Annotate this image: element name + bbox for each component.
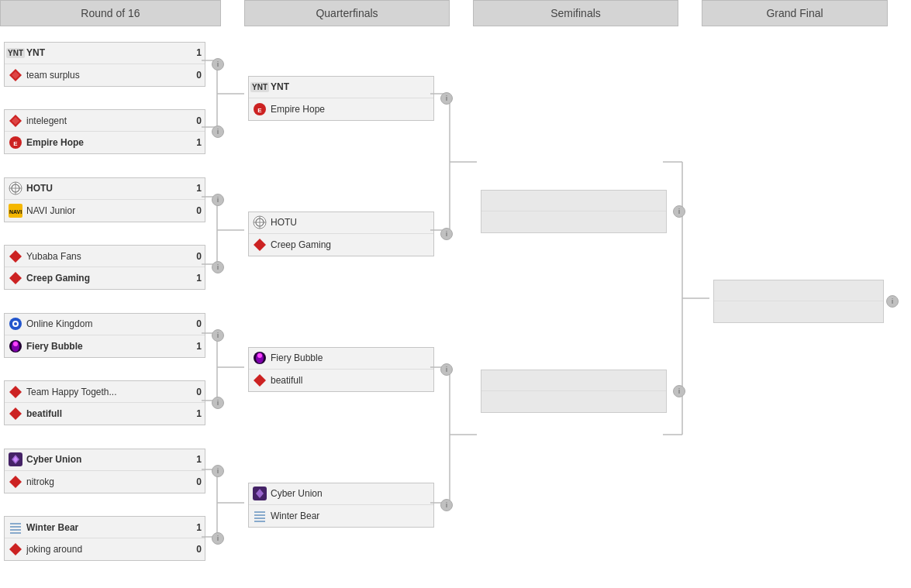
team-name: Yubaba Fans	[26, 251, 191, 262]
team-score: 0	[191, 476, 202, 487]
team-name: Fiery Bubble	[26, 341, 191, 352]
team-score: 1	[191, 408, 202, 419]
team-logo	[252, 350, 267, 366]
team-row: Cyber Union 1	[5, 449, 205, 471]
svg-marker-13	[9, 272, 22, 284]
team-name: beatifull	[26, 408, 191, 419]
r16-match-8: Winter Bear 1 joking around 0 i	[4, 516, 217, 561]
team-row	[481, 391, 666, 412]
info-button-qf-3[interactable]: i	[440, 363, 453, 376]
team-row	[481, 211, 666, 232]
team-logo: E	[8, 135, 23, 150]
info-button-sf-1[interactable]: i	[673, 205, 685, 218]
team-logo	[252, 486, 267, 501]
svg-marker-12	[9, 250, 22, 263]
team-logo	[252, 373, 267, 388]
team-row: Yubaba Fans 0	[5, 246, 205, 267]
sf-header: Semifinals	[473, 0, 678, 26]
team-name: Online Kingdom	[26, 318, 191, 329]
team-row: NAVI NAVI Junior 0	[5, 200, 205, 222]
team-score: 1	[191, 183, 202, 194]
team-row	[714, 280, 883, 301]
info-button-r16-3[interactable]: i	[212, 194, 224, 206]
team-name: joking around	[26, 544, 191, 555]
info-button-qf-1[interactable]: i	[440, 92, 453, 105]
sf-match-1: i	[481, 190, 678, 233]
team-row: E Empire Hope	[249, 98, 433, 120]
info-button-gf-1[interactable]: i	[886, 295, 899, 308]
team-logo	[8, 249, 23, 264]
info-button-r16-5[interactable]: i	[212, 329, 224, 342]
team-row: beatifull	[249, 370, 433, 391]
info-button-r16-2[interactable]: i	[212, 126, 224, 138]
headers-row: Round of 16 Quarterfinals Semifinals Gra…	[0, 0, 911, 26]
info-button-r16-8[interactable]: i	[212, 532, 224, 545]
team-score: 0	[191, 318, 202, 329]
svg-marker-21	[9, 407, 22, 420]
info-button-sf-2[interactable]: i	[673, 385, 685, 397]
gf-header: Grand Final	[702, 0, 888, 26]
info-button-r16-7[interactable]: i	[212, 465, 224, 477]
sf-column: i i	[477, 26, 682, 576]
team-row	[481, 370, 666, 391]
svg-point-19	[13, 342, 18, 346]
team-logo	[8, 406, 23, 421]
sf-match-2: i	[481, 370, 678, 413]
qf-match-3: Fiery Bubble beatifull i	[248, 347, 446, 392]
info-button-r16-1[interactable]: i	[212, 58, 224, 70]
team-logo: YNT	[8, 45, 23, 60]
team-row: Fiery Bubble 1	[5, 335, 205, 357]
r16-match-4: Yubaba Fans 0 Creep Gaming 1 i	[4, 245, 217, 290]
team-score: 0	[191, 205, 202, 216]
qf-match-4: Cyber Union Winter Bear i	[248, 483, 446, 528]
svg-marker-20	[9, 386, 22, 398]
team-row: Team Happy Togeth... 0	[5, 381, 205, 403]
team-logo	[8, 474, 23, 490]
team-score: 1	[191, 273, 202, 284]
team-name: Creep Gaming	[271, 239, 419, 250]
team-score: 0	[191, 387, 202, 397]
bracket-body: YNT YNT 1 team surplus 0 i	[0, 26, 911, 576]
team-row: Winter Bear	[249, 505, 433, 527]
team-row: intelegent 0	[5, 110, 205, 132]
svg-marker-51	[254, 239, 266, 251]
team-name: Cyber Union	[271, 488, 419, 499]
gf-match-1: i	[713, 280, 892, 323]
team-name: YNT	[26, 47, 191, 58]
team-logo	[252, 215, 267, 230]
r16-match-2: intelegent 0 E Empire Hope 1 i	[4, 109, 217, 154]
info-button-qf-4[interactable]: i	[440, 499, 453, 511]
r16-match-6: Team Happy Togeth... 0 beatifull 1 i	[4, 380, 217, 425]
team-name: Team Happy Togeth...	[26, 387, 191, 397]
team-name: Fiery Bubble	[271, 352, 419, 363]
r16-match-5: Online Kingdom 0 Fiery Bubble 1 i	[4, 313, 217, 358]
team-score: 1	[191, 47, 202, 58]
team-logo	[252, 237, 267, 253]
info-button-qf-2[interactable]: i	[440, 228, 453, 240]
team-row: team surplus 0	[5, 64, 205, 86]
team-logo	[8, 67, 23, 83]
team-score: 0	[191, 70, 202, 81]
team-score: 0	[191, 544, 202, 555]
r16-header: Round of 16	[0, 0, 221, 26]
svg-text:E: E	[257, 107, 262, 114]
team-name: YNT	[271, 81, 419, 92]
team-logo	[8, 113, 23, 129]
svg-text:E: E	[13, 140, 18, 147]
team-row: HOTU	[249, 212, 433, 234]
team-row: Fiery Bubble	[249, 348, 433, 370]
team-score: 1	[191, 454, 202, 465]
qf-header: Quarterfinals	[244, 0, 450, 26]
info-button-r16-6[interactable]: i	[212, 397, 224, 409]
gf-column: i	[709, 26, 895, 576]
svg-marker-28	[9, 543, 22, 555]
team-score: 1	[191, 522, 202, 533]
team-name: Winter Bear	[271, 511, 419, 521]
qf-match-2: HOTU Creep Gaming i	[248, 211, 446, 256]
team-name: NAVI Junior	[26, 205, 191, 216]
info-button-r16-4[interactable]: i	[212, 261, 224, 273]
svg-point-54	[257, 353, 262, 358]
team-row: Online Kingdom 0	[5, 314, 205, 335]
team-row	[481, 191, 666, 211]
team-logo	[8, 384, 23, 400]
